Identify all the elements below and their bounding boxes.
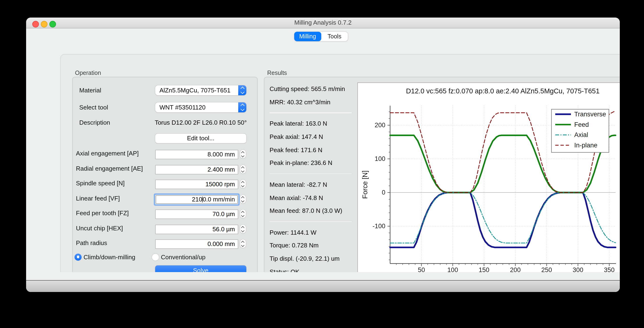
svg-text:Force [N]: Force [N] — [361, 170, 369, 199]
result-power: Power: 1144.1 W — [270, 226, 358, 239]
ap-label: Axial engagement [AP] — [76, 150, 139, 157]
stepper-down-icon — [241, 154, 245, 157]
svg-text:D12.0 vc:565 fz:0.070 ap:8.0 a: D12.0 vc:565 fz:0.070 ap:8.0 ae:2.40 AlZ… — [406, 87, 600, 95]
conventional-radio[interactable] — [152, 253, 159, 260]
radius-label: Path radius — [76, 239, 107, 246]
force-chart-card: 50100150200250300350-1000100200D12.0 vc:… — [357, 82, 620, 278]
fz-stepper[interactable] — [240, 209, 246, 218]
svg-text:-100: -100 — [372, 223, 385, 230]
radius-stepper[interactable] — [240, 239, 246, 248]
material-value: AlZn5.5MgCu, 7075-T651 — [160, 85, 235, 95]
ap-input[interactable]: 8.000 mm — [155, 150, 238, 159]
tool-select[interactable]: WNT #53501120 — [155, 102, 246, 112]
result-tip-displ: Tip displ. (-20.9, 22.1) um — [270, 252, 358, 266]
tool-value: WNT #53501120 — [160, 102, 235, 112]
stepper-up-icon — [241, 166, 245, 169]
titlebar[interactable]: Milling Analysis 0.7.2 — [26, 17, 620, 28]
window-title: Milling Analysis 0.7.2 — [26, 17, 620, 28]
stepper-down-icon — [241, 214, 245, 217]
climb-radio[interactable] — [74, 253, 82, 260]
tab-tools[interactable]: Tools — [321, 31, 348, 41]
result-peak-axial: Peak axial: 147.4 N — [270, 130, 358, 144]
result-mean-axial: Mean axial: -74.8 N — [270, 191, 358, 204]
force-chart: 50100150200250300350-1000100200D12.0 vc:… — [358, 83, 620, 278]
result-peak-lateral: Peak lateral: 163.0 N — [270, 117, 358, 130]
tab-bar: Milling Tools — [294, 31, 348, 41]
ae-stepper[interactable] — [240, 165, 246, 173]
material-row: Material AlZn5.5MgCu, 7075-T651 — [72, 85, 257, 95]
divider — [270, 112, 352, 113]
fz-label: Feed per tooth [FZ] — [76, 209, 129, 217]
stepper-down-icon — [241, 229, 245, 232]
popup-chevrons-icon — [238, 102, 246, 112]
edit-tool-button[interactable]: Edit tool... — [155, 134, 246, 143]
material-select[interactable]: AlZn5.5MgCu, 7075-T651 — [155, 85, 246, 95]
ae-input[interactable]: 2.400 mm — [155, 165, 238, 174]
hex-stepper[interactable] — [240, 224, 246, 233]
screen: Milling Analysis 0.7.2 Operation Results… — [0, 0, 644, 328]
svg-text:Feed: Feed — [574, 121, 589, 128]
result-cutting-speed: Cutting speed: 565.5 m/min — [270, 82, 358, 96]
svg-text:0: 0 — [382, 189, 385, 196]
stepper-down-icon — [241, 169, 245, 172]
tool-label: Select tool — [79, 104, 108, 111]
milling-direction-row: Climb/down-milling Conventional/up — [72, 253, 257, 261]
material-label: Material — [79, 87, 101, 94]
content-panel: Operation Results Material AlZn5.5MgCu, … — [60, 54, 620, 290]
ap-stepper[interactable] — [240, 150, 246, 158]
result-mrr: MRR: 40.32 cm^3/min — [270, 96, 358, 109]
hex-input[interactable]: 56.0 µm — [155, 224, 238, 234]
results-box-label: Results — [267, 69, 287, 76]
fz-input[interactable]: 70.0 µm — [155, 209, 238, 219]
hex-label: Uncut chip [HEX] — [76, 224, 123, 232]
stepper-down-icon — [241, 199, 245, 202]
operation-groupbox: Material AlZn5.5MgCu, 7075-T651 Select t… — [72, 77, 258, 281]
svg-text:In-plane: In-plane — [574, 142, 598, 149]
result-mean-lateral: Mean lateral: -82.7 N — [270, 178, 358, 191]
vf-label: Linear feed [VF] — [76, 194, 120, 202]
description-label: Description — [79, 119, 110, 126]
tab-milling[interactable]: Milling — [294, 31, 321, 41]
operation-box-label: Operation — [75, 69, 101, 76]
result-peak-feed: Peak feed: 171.6 N — [270, 143, 358, 157]
radius-input[interactable]: 0.000 mm — [155, 239, 238, 249]
n-label: Spindle speed [N] — [76, 180, 124, 187]
vf-input[interactable]: 2100.0 mm/min — [155, 194, 238, 204]
result-peak-inplane: Peak in-plane: 236.6 N — [270, 157, 358, 170]
svg-text:100: 100 — [375, 155, 385, 162]
svg-text:200: 200 — [375, 122, 385, 129]
footer-bar — [26, 280, 620, 292]
n-input[interactable]: 15000 rpm — [155, 180, 238, 189]
conventional-radio-label: Conventional/up — [161, 254, 206, 261]
window-footer — [26, 272, 620, 292]
stepper-down-icon — [241, 244, 245, 247]
stepper-down-icon — [241, 184, 245, 187]
ae-label: Radial engagement [AE] — [76, 165, 143, 172]
climb-radio-label: Climb/down-milling — [84, 254, 135, 261]
vf-stepper[interactable] — [240, 194, 246, 203]
tool-row: Select tool WNT #53501120 — [72, 102, 257, 112]
description-value: Torus D12.00 2F L26.0 R0.10 50° — [150, 119, 251, 126]
stepper-up-icon — [241, 226, 245, 229]
result-mean-feed: Mean feed: 87.0 N (3.0 W) — [270, 204, 358, 218]
svg-text:Transverse: Transverse — [574, 111, 606, 118]
popup-chevrons-icon — [238, 85, 246, 95]
stepper-up-icon — [241, 196, 245, 199]
results-groupbox: Cutting speed: 565.5 m/min MRR: 40.32 cm… — [264, 77, 620, 281]
divider — [270, 221, 352, 222]
divider — [270, 173, 352, 174]
n-stepper[interactable] — [240, 180, 246, 188]
description-row: Description Torus D12.00 2F L26.0 R0.10 … — [72, 119, 257, 127]
app-window: Milling Analysis 0.7.2 Operation Results… — [26, 17, 620, 292]
result-torque: Torque: 0.728 Nm — [270, 239, 358, 252]
svg-text:Axial: Axial — [574, 131, 588, 138]
results-text: Cutting speed: 565.5 m/min MRR: 40.32 cm… — [270, 82, 358, 279]
